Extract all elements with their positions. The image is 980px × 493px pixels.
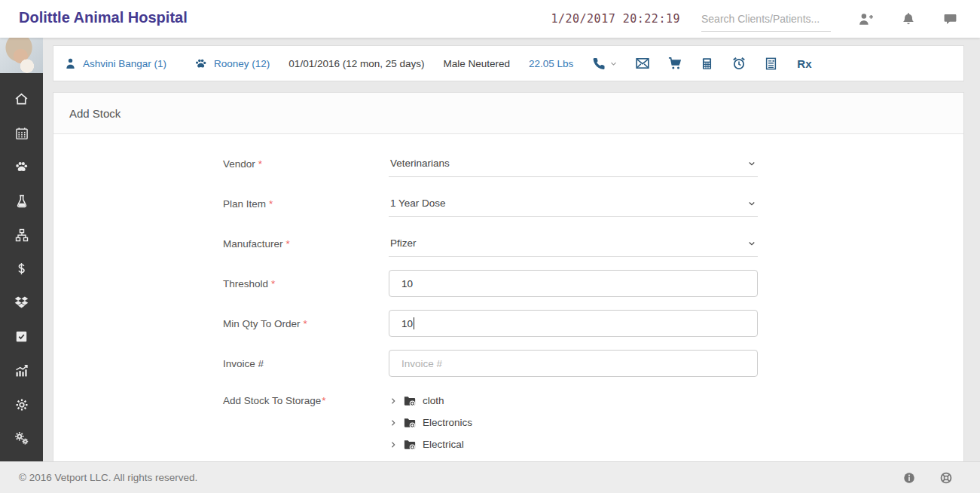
invoice-input[interactable]: Invoice # bbox=[389, 350, 758, 377]
paw-icon bbox=[194, 57, 208, 71]
calculator-button[interactable] bbox=[700, 57, 714, 71]
plan-invoice-icon bbox=[764, 57, 778, 71]
sidebar-item-patients[interactable] bbox=[0, 150, 43, 184]
patient-toolbar: Rx bbox=[592, 56, 811, 71]
dollar-billing-icon bbox=[14, 262, 29, 276]
notifications-bell-icon[interactable] bbox=[901, 11, 916, 26]
phone-dropdown[interactable] bbox=[592, 57, 618, 71]
sitemap-icon bbox=[14, 228, 29, 243]
search-input[interactable] bbox=[701, 13, 838, 25]
required-marker: * bbox=[271, 278, 275, 289]
invoice-placeholder: Invoice # bbox=[401, 358, 442, 369]
storage-node-label[interactable]: Electronics bbox=[423, 417, 472, 428]
storage-node-electrical[interactable]: Electrical bbox=[389, 433, 472, 455]
chevron-down-icon bbox=[747, 159, 756, 168]
alarm-clock-icon bbox=[731, 56, 746, 71]
admin-gears-icon bbox=[14, 430, 29, 446]
form-row-plan-item: Plan Item* 1 Year Dose bbox=[223, 190, 963, 217]
page-title: Dolittle Animal Hospital bbox=[19, 9, 188, 26]
chevron-right-icon[interactable] bbox=[389, 440, 398, 449]
manufacturer-select[interactable]: Pfizer bbox=[389, 230, 758, 257]
chevron-down-icon bbox=[747, 239, 756, 248]
required-marker: * bbox=[269, 198, 273, 210]
home-icon bbox=[14, 91, 29, 107]
sidebar-item-calendar[interactable] bbox=[0, 116, 43, 150]
folder-plus-icon bbox=[403, 438, 417, 452]
chevron-right-icon[interactable] bbox=[389, 418, 398, 427]
settings-gear-icon bbox=[14, 397, 29, 412]
calendar-icon bbox=[14, 126, 29, 141]
footer: © 2016 Vetport LLC. All rights reserved. bbox=[0, 461, 980, 493]
datetime-display: 1/20/2017 20:22:19 bbox=[551, 12, 680, 26]
sidebar-item-reports[interactable] bbox=[0, 354, 43, 387]
manufacturer-label: Manufacturer bbox=[223, 238, 283, 250]
patient-sex-status: Male Neutered bbox=[443, 58, 510, 69]
email-button[interactable] bbox=[635, 56, 650, 71]
reports-chart-icon bbox=[14, 363, 29, 378]
shopping-cart-button[interactable] bbox=[667, 56, 682, 71]
sidebar-item-billing[interactable] bbox=[0, 252, 43, 286]
client-name-link[interactable]: Ashvini Bangar (1) bbox=[83, 58, 166, 69]
storage-node-cloth[interactable]: cloth bbox=[389, 390, 472, 412]
reminders-button[interactable] bbox=[731, 56, 746, 71]
form-row-min-qty: Min Qty To Order* 10 bbox=[223, 310, 963, 337]
dropbox-icon bbox=[14, 295, 29, 311]
plan-items-button[interactable] bbox=[764, 57, 778, 71]
sidebar-item-home[interactable] bbox=[0, 82, 43, 116]
form-row-invoice: Invoice # Invoice # bbox=[223, 350, 963, 377]
info-icon[interactable] bbox=[902, 471, 916, 485]
storage-tree: cloth Electronics Electrical bbox=[389, 390, 472, 455]
sidebar-item-sitemap[interactable] bbox=[0, 218, 43, 252]
calculator-icon bbox=[700, 57, 714, 71]
folder-plus-icon bbox=[403, 416, 417, 430]
plan-item-select[interactable]: 1 Year Dose bbox=[389, 190, 758, 217]
patient-info-bar: Ashvini Bangar (1) Rooney (12) 01/01/201… bbox=[53, 45, 964, 81]
lab-flask-icon bbox=[14, 194, 29, 209]
add-stock-form: Vendor* Veterinarians Plan Item* 1 Year … bbox=[53, 134, 963, 455]
min-qty-input[interactable]: 10 bbox=[389, 310, 758, 337]
patient-weight-link[interactable]: 22.05 Lbs bbox=[529, 58, 573, 69]
paw-patients-icon bbox=[14, 159, 29, 175]
patient-birth-info: 01/01/2016 (12 mon, 25 days) bbox=[289, 58, 424, 69]
rx-button[interactable]: Rx bbox=[797, 57, 811, 70]
panel-header: Add Stock bbox=[53, 93, 963, 134]
chevron-right-icon[interactable] bbox=[389, 397, 398, 406]
threshold-value: 10 bbox=[401, 278, 413, 289]
form-row-threshold: Threshold* 10 bbox=[223, 270, 963, 297]
min-qty-label: Min Qty To Order bbox=[223, 318, 301, 329]
footer-icons bbox=[879, 471, 953, 485]
add-client-icon[interactable] bbox=[858, 11, 874, 27]
folder-plus-icon bbox=[403, 394, 417, 408]
text-cursor bbox=[414, 317, 414, 329]
shopping-cart-icon bbox=[667, 56, 682, 71]
threshold-input[interactable]: 10 bbox=[389, 270, 758, 297]
required-marker: * bbox=[258, 158, 262, 170]
form-row-manufacturer: Manufacturer* Pfizer bbox=[223, 230, 963, 257]
top-header: Dolittle Animal Hospital 1/20/2017 20:22… bbox=[0, 0, 980, 38]
sidebar-item-dropbox[interactable] bbox=[0, 286, 43, 320]
plan-item-value: 1 Year Dose bbox=[390, 198, 747, 209]
user-avatar[interactable] bbox=[0, 38, 43, 73]
manufacturer-value: Pfizer bbox=[390, 237, 747, 249]
chevron-down-icon bbox=[609, 60, 618, 68]
storage-node-label[interactable]: Electrical bbox=[423, 439, 464, 450]
sidebar-item-settings[interactable] bbox=[0, 387, 43, 421]
patient-name-link[interactable]: Rooney (12) bbox=[214, 58, 270, 69]
form-row-storage: Add Stock To Storage* cloth Electronics bbox=[223, 390, 963, 455]
email-icon bbox=[635, 56, 650, 71]
messages-icon[interactable] bbox=[943, 12, 957, 26]
sidebar-item-admin[interactable] bbox=[0, 421, 43, 455]
support-life-ring-icon[interactable] bbox=[939, 471, 953, 485]
plan-item-label: Plan Item bbox=[223, 198, 266, 210]
vendor-select[interactable]: Veterinarians bbox=[389, 150, 758, 177]
sidebar-item-lab[interactable] bbox=[0, 184, 43, 218]
min-qty-value: 10 bbox=[401, 318, 413, 329]
required-marker: * bbox=[286, 238, 290, 250]
storage-node-electronics[interactable]: Electronics bbox=[389, 412, 472, 433]
sidebar bbox=[0, 38, 43, 461]
sidebar-item-tasks[interactable] bbox=[0, 320, 43, 354]
copyright-text: © 2016 Vetport LLC. All rights reserved. bbox=[19, 472, 197, 483]
search-box[interactable] bbox=[701, 6, 831, 32]
storage-node-label[interactable]: cloth bbox=[423, 395, 444, 406]
required-marker: * bbox=[322, 395, 325, 406]
